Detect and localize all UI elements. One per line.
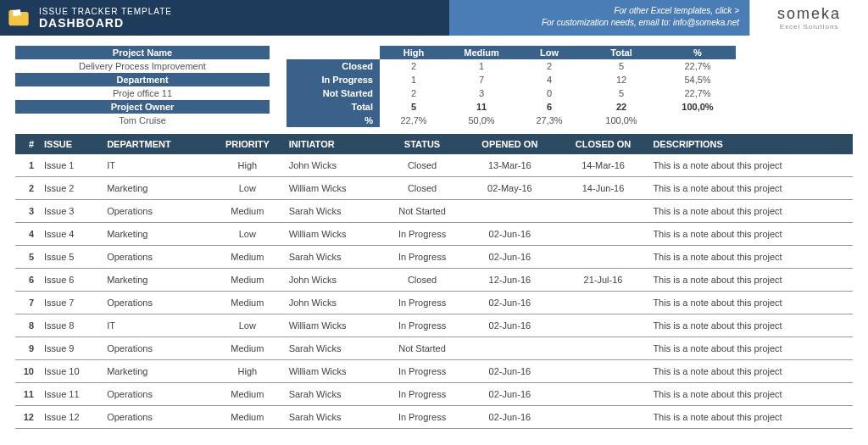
table-cell: Medium bbox=[209, 406, 286, 429]
table-cell: 4 bbox=[15, 223, 41, 246]
header-note-1: For other Excel templates, click > bbox=[449, 5, 739, 17]
table-cell: This is a note about this project bbox=[649, 223, 853, 246]
table-cell: Issue 7 bbox=[41, 292, 103, 314]
table-cell: Low bbox=[209, 223, 286, 246]
table-cell: Not Started bbox=[381, 337, 463, 360]
table-cell: In Progress bbox=[381, 314, 463, 337]
table-header-cell: DESCRIPTIONS bbox=[649, 134, 853, 154]
table-cell: John Wicks bbox=[286, 269, 381, 292]
table-cell: Closed bbox=[381, 154, 463, 177]
issue-table-wrapper: #ISSUEDEPARTMENTPRIORITYINITIATORSTATUSO… bbox=[0, 134, 868, 429]
summary-section: Project Name Delivery Process Improvemen… bbox=[0, 36, 868, 134]
table-cell: This is a note about this project bbox=[649, 337, 853, 360]
table-cell: Issue 4 bbox=[41, 223, 103, 246]
table-cell: Medium bbox=[209, 337, 286, 360]
matrix-cell: 2 bbox=[380, 59, 448, 73]
matrix-col-header: High bbox=[380, 46, 448, 59]
table-cell: In Progress bbox=[381, 406, 463, 429]
table-cell: Operations bbox=[103, 337, 209, 360]
table-cell: Marketing bbox=[103, 269, 209, 292]
table-cell: Issue 5 bbox=[41, 246, 103, 269]
table-cell bbox=[557, 406, 650, 429]
table-cell: 02-Jun-16 bbox=[463, 246, 557, 269]
table-cell: 7 bbox=[15, 292, 41, 314]
summary-matrix: HighMediumLowTotal%Closed212522,7%In Pro… bbox=[287, 46, 853, 127]
table-row: 1Issue 1ITHighJohn WicksClosed13-Mar-161… bbox=[15, 154, 853, 177]
header-title-small: ISSUE TRACKER TEMPLATE bbox=[39, 7, 172, 16]
matrix-row-header: In Progress bbox=[287, 73, 380, 86]
table-cell: Operations bbox=[103, 406, 209, 429]
table-cell: Marketing bbox=[103, 177, 209, 200]
table-cell: John Wicks bbox=[286, 292, 381, 314]
matrix-cell: 4 bbox=[515, 73, 583, 86]
matrix-cell: 0 bbox=[515, 86, 583, 100]
table-cell: 02-Jun-16 bbox=[463, 314, 557, 337]
header-notes: For other Excel templates, click > For c… bbox=[449, 0, 749, 36]
table-cell: Sarah Wicks bbox=[286, 383, 381, 406]
table-cell bbox=[557, 246, 650, 269]
table-cell bbox=[557, 292, 650, 314]
table-cell bbox=[463, 200, 557, 223]
table-cell: 02-Jun-16 bbox=[463, 292, 557, 314]
table-cell: Medium bbox=[209, 200, 286, 223]
table-cell: This is a note about this project bbox=[649, 383, 853, 406]
table-cell: In Progress bbox=[381, 246, 463, 269]
table-cell: Not Started bbox=[381, 200, 463, 223]
folder-icon bbox=[7, 6, 31, 30]
table-cell: High bbox=[209, 154, 286, 177]
table-cell: In Progress bbox=[381, 360, 463, 383]
table-header-cell: CLOSED ON bbox=[557, 134, 650, 154]
table-row: 5Issue 5OperationsMediumSarah WicksIn Pr… bbox=[15, 246, 853, 269]
matrix-cell: 5 bbox=[583, 86, 659, 100]
table-cell: This is a note about this project bbox=[649, 314, 853, 337]
matrix-cell: 22,7% bbox=[659, 86, 736, 100]
matrix-cell: 7 bbox=[448, 73, 515, 86]
table-body: 1Issue 1ITHighJohn WicksClosed13-Mar-161… bbox=[15, 154, 853, 429]
table-cell: IT bbox=[103, 154, 209, 177]
table-cell: 11 bbox=[15, 383, 41, 406]
matrix-cell: 22,7% bbox=[659, 59, 736, 73]
table-cell bbox=[557, 337, 650, 360]
project-owner-value: Tom Cruise bbox=[15, 114, 270, 127]
table-cell: William Wicks bbox=[286, 360, 381, 383]
table-row: 2Issue 2MarketingLowWilliam WicksClosed0… bbox=[15, 177, 853, 200]
table-header-cell: INITIATOR bbox=[286, 134, 381, 154]
header-title-main: DASHBOARD bbox=[39, 16, 172, 30]
logo-text: someka bbox=[777, 5, 841, 23]
table-cell: 02-Jun-16 bbox=[463, 223, 557, 246]
table-cell: Sarah Wicks bbox=[286, 406, 381, 429]
table-cell: 02-Jun-16 bbox=[463, 406, 557, 429]
table-row: 12Issue 12OperationsMediumSarah WicksIn … bbox=[15, 406, 853, 429]
project-name-label: Project Name bbox=[15, 46, 270, 59]
project-name-value: Delivery Process Improvement bbox=[15, 59, 270, 73]
table-cell: High bbox=[209, 360, 286, 383]
table-cell: This is a note about this project bbox=[649, 269, 853, 292]
header: ISSUE TRACKER TEMPLATE DASHBOARD For oth… bbox=[0, 0, 868, 36]
table-cell: 13-Mar-16 bbox=[463, 154, 557, 177]
table-cell: Medium bbox=[209, 383, 286, 406]
matrix-cell bbox=[659, 114, 736, 127]
matrix-cell: 6 bbox=[515, 100, 583, 114]
matrix-cell: 22,7% bbox=[380, 114, 448, 127]
logo: someka Excel Solutions bbox=[749, 0, 868, 36]
table-cell: Closed bbox=[381, 177, 463, 200]
table-cell: Operations bbox=[103, 200, 209, 223]
table-cell: 02-Jun-16 bbox=[463, 360, 557, 383]
table-cell: Issue 9 bbox=[41, 337, 103, 360]
table-cell: This is a note about this project bbox=[649, 360, 853, 383]
table-cell: Medium bbox=[209, 269, 286, 292]
project-owner-label: Project Owner bbox=[15, 100, 270, 114]
table-cell: Issue 12 bbox=[41, 406, 103, 429]
table-cell: This is a note about this project bbox=[649, 292, 853, 314]
issue-table: #ISSUEDEPARTMENTPRIORITYINITIATORSTATUSO… bbox=[15, 134, 853, 429]
department-value: Proje office 11 bbox=[15, 86, 270, 100]
header-note-2: For customization needs, email to: info@… bbox=[449, 17, 739, 29]
matrix-col-header: Low bbox=[515, 46, 583, 59]
table-cell: In Progress bbox=[381, 223, 463, 246]
table-cell: 1 bbox=[15, 154, 41, 177]
table-cell: Medium bbox=[209, 292, 286, 314]
table-cell: In Progress bbox=[381, 292, 463, 314]
table-cell: 2 bbox=[15, 177, 41, 200]
table-row: 7Issue 7OperationsMediumJohn WicksIn Pro… bbox=[15, 292, 853, 314]
table-cell: Issue 6 bbox=[41, 269, 103, 292]
